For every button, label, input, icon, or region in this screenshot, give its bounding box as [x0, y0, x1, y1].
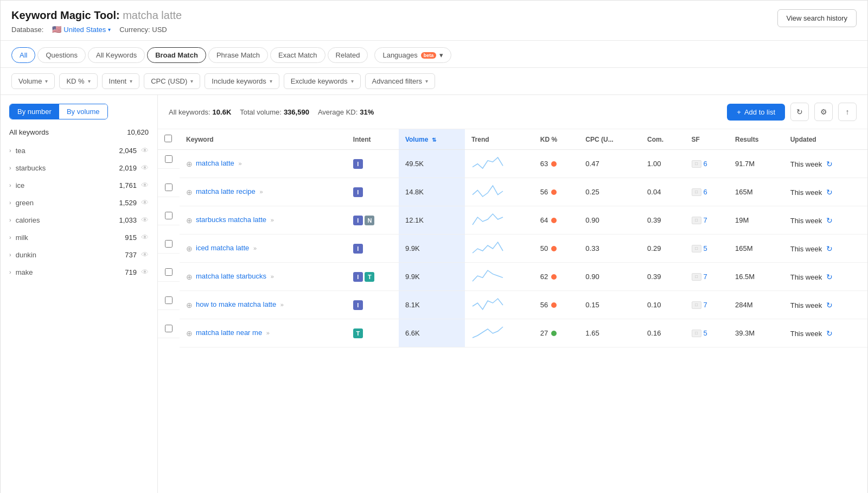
tab-all[interactable]: All [11, 47, 35, 63]
kd-dot [551, 331, 557, 336]
row-checkbox[interactable] [165, 155, 173, 163]
col-volume[interactable]: Volume ⇅ [399, 129, 465, 150]
view-history-button[interactable]: View search history [777, 9, 857, 27]
advanced-filters[interactable]: Advanced filters ▾ [365, 73, 436, 89]
beta-badge: beta [421, 52, 437, 59]
add-keyword-icon[interactable]: ⊕ [186, 301, 193, 309]
keyword-link[interactable]: iced matcha latte [196, 244, 249, 252]
list-item[interactable]: › ice 1,761 👁 [1, 176, 157, 194]
eye-icon[interactable]: 👁 [141, 216, 149, 224]
table-row: ⊕ matcha latte recipe » I 14.8K 56 0.25 … [158, 178, 867, 206]
include-keywords-filter[interactable]: Include keywords ▾ [205, 73, 279, 89]
refresh-row-icon[interactable]: ↻ [826, 329, 833, 338]
results-cell: 91.7M [729, 150, 784, 178]
com-cell: 0.04 [641, 178, 685, 206]
tab-questions[interactable]: Questions [37, 47, 86, 63]
add-keyword-icon[interactable]: ⊕ [186, 188, 193, 197]
languages-button[interactable]: Languages beta ▾ [374, 47, 451, 63]
updated-cell: This week ↻ [784, 263, 867, 291]
cpc-filter[interactable]: CPC (USD) ▾ [144, 73, 200, 89]
list-item[interactable]: › green 1,529 👁 [1, 194, 157, 211]
cpc-cell: 0.25 [579, 178, 641, 206]
volume-filter[interactable]: Volume ▾ [11, 73, 55, 89]
row-checkbox[interactable] [165, 240, 173, 248]
keyword-link[interactable]: matcha latte [196, 159, 234, 167]
checkbox-cell [158, 319, 180, 338]
updated-cell: This week ↻ [784, 178, 867, 206]
tab-broad-match[interactable]: Broad Match [147, 47, 206, 63]
updated-value: This week [790, 245, 822, 253]
results-cell: 16.5M [729, 263, 784, 291]
eye-icon[interactable]: 👁 [141, 163, 149, 172]
keyword-link[interactable]: how to make matcha latte [196, 300, 276, 308]
add-to-list-button[interactable]: + Add to list [727, 104, 785, 121]
select-all-checkbox[interactable] [164, 135, 172, 142]
col-trend: Trend [465, 129, 534, 150]
checkbox-cell [158, 206, 180, 225]
add-keyword-icon[interactable]: ⊕ [186, 273, 193, 281]
refresh-row-icon[interactable]: ↻ [826, 216, 833, 225]
include-keywords-label: Include keywords [212, 77, 266, 85]
row-checkbox[interactable] [165, 268, 173, 276]
eye-icon[interactable]: 👁 [141, 181, 149, 189]
exclude-keywords-filter[interactable]: Exclude keywords ▾ [284, 73, 361, 89]
table-row: ⊕ matcha latte starbucks » I T 9.9K 62 0… [158, 263, 867, 291]
trend-cell [465, 150, 534, 178]
add-keyword-icon[interactable]: ⊕ [186, 216, 193, 225]
eye-icon[interactable]: 👁 [141, 233, 149, 242]
expand-icon: › [9, 199, 11, 206]
refresh-row-icon[interactable]: ↻ [826, 301, 833, 309]
refresh-row-icon[interactable]: ↻ [826, 188, 833, 197]
intent-cell: I [347, 178, 399, 206]
kd-filter[interactable]: KD % ▾ [59, 73, 97, 89]
volume-cell: 6.6K [399, 319, 465, 347]
intent-filter[interactable]: Intent ▾ [102, 73, 140, 89]
sidebar-list: › tea 2,045 👁 › starbucks 2,019 👁 › ice … [1, 142, 157, 281]
export-button[interactable]: ↑ [838, 103, 857, 121]
eye-icon[interactable]: 👁 [141, 146, 149, 155]
list-item[interactable]: › tea 2,045 👁 [1, 142, 157, 159]
list-item[interactable]: › starbucks 2,019 👁 [1, 159, 157, 176]
list-item[interactable]: › dunkin 737 👁 [1, 246, 157, 263]
refresh-row-icon[interactable]: ↻ [826, 273, 833, 281]
expand-icon: › [9, 165, 11, 171]
list-item[interactable]: › make 719 👁 [1, 263, 157, 281]
tab-phrase-match[interactable]: Phrase Match [208, 47, 268, 63]
kd-filter-label: KD % [66, 77, 84, 85]
row-checkbox[interactable] [165, 212, 173, 219]
database-selector[interactable]: 🇺🇸 United States ▾ [52, 25, 111, 34]
tab-related[interactable]: Related [328, 47, 368, 63]
languages-chevron-icon: ▾ [439, 51, 443, 59]
tab-all-keywords[interactable]: All Keywords [88, 47, 145, 63]
row-checkbox[interactable] [165, 184, 173, 191]
keyword-link[interactable]: matcha latte starbucks [196, 272, 266, 280]
navigate-icon: » [271, 217, 274, 223]
list-item[interactable]: › calories 1,033 👁 [1, 211, 157, 229]
row-checkbox[interactable] [165, 296, 173, 304]
refresh-button[interactable]: ↻ [790, 103, 809, 121]
add-keyword-icon[interactable]: ⊕ [186, 160, 193, 168]
eye-icon[interactable]: 👁 [141, 268, 149, 276]
kd-value: 56 [540, 188, 548, 196]
keyword-link[interactable]: starbucks matcha latte [196, 216, 266, 224]
settings-button[interactable]: ⚙ [814, 103, 833, 121]
eye-icon[interactable]: 👁 [141, 250, 149, 259]
updated-cell: This week ↻ [784, 235, 867, 263]
list-item[interactable]: › milk 915 👁 [1, 229, 157, 246]
com-cell: 1.00 [641, 150, 685, 178]
add-keyword-icon[interactable]: ⊕ [186, 244, 193, 253]
navigate-icon: » [238, 160, 241, 167]
tab-exact-match[interactable]: Exact Match [270, 47, 326, 63]
row-checkbox[interactable] [165, 325, 173, 332]
refresh-row-icon[interactable]: ↻ [826, 244, 833, 253]
keyword-link[interactable]: matcha latte near me [196, 328, 262, 337]
sf-cell: □ 5 [685, 235, 729, 263]
refresh-row-icon[interactable]: ↻ [826, 160, 833, 168]
by-number-toggle[interactable]: By number [10, 104, 59, 119]
navigate-icon: » [266, 330, 270, 336]
keyword-link[interactable]: matcha latte recipe [196, 187, 256, 195]
by-volume-toggle[interactable]: By volume [59, 104, 107, 119]
add-keyword-icon[interactable]: ⊕ [186, 329, 193, 338]
updated-cell: This week ↻ [784, 319, 867, 347]
eye-icon[interactable]: 👁 [141, 198, 149, 207]
